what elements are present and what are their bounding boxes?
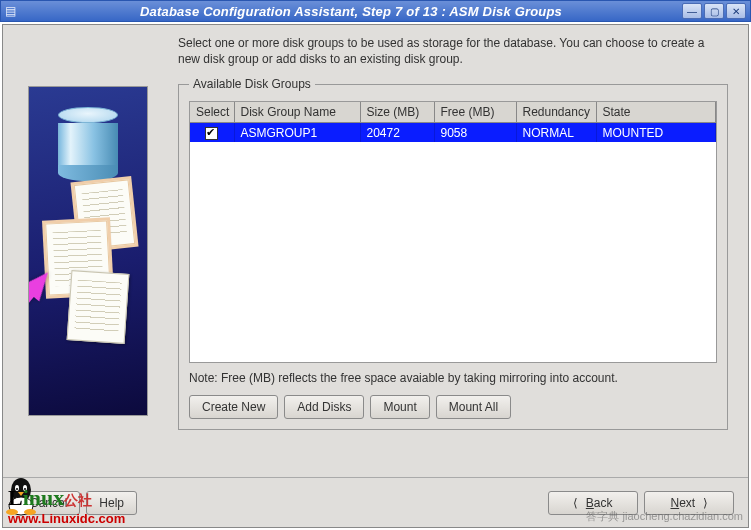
database-icon: [58, 107, 118, 181]
row-state-cell: MOUNTED: [596, 123, 716, 142]
note-text: Note: Free (MB) reflects the free space …: [189, 371, 717, 385]
table-row[interactable]: ASMGROUP1 20472 9058 NORMAL MOUNTED: [190, 123, 716, 142]
chevron-left-icon: ⟨: [573, 496, 578, 510]
col-redundancy[interactable]: Redundancy: [516, 102, 596, 123]
mount-all-button[interactable]: Mount All: [436, 395, 511, 419]
disk-groups-table-container: Select Disk Group Name Size (MB) Free (M…: [189, 101, 717, 363]
disk-groups-table: Select Disk Group Name Size (MB) Free (M…: [190, 102, 716, 141]
col-name[interactable]: Disk Group Name: [234, 102, 360, 123]
disk-groups-fieldset: Available Disk Groups Select Disk Group …: [178, 77, 728, 430]
chevron-right-icon: ⟩: [703, 496, 708, 510]
checkbox-icon[interactable]: [205, 127, 218, 140]
svg-point-5: [24, 488, 26, 490]
create-new-button[interactable]: Create New: [189, 395, 278, 419]
add-disks-button[interactable]: Add Disks: [284, 395, 364, 419]
app-icon: ▤: [5, 4, 16, 18]
instruction-text: Select one or more disk groups to be use…: [178, 35, 728, 67]
svg-point-7: [24, 509, 36, 515]
svg-point-4: [16, 488, 18, 490]
next-button[interactable]: Next ⟩: [644, 491, 734, 515]
document-icon: [67, 270, 130, 344]
tux-logo-icon: [4, 476, 38, 516]
table-header-row: Select Disk Group Name Size (MB) Free (M…: [190, 102, 716, 123]
minimize-button[interactable]: —: [682, 3, 702, 19]
help-button[interactable]: Help: [86, 491, 137, 515]
fieldset-legend: Available Disk Groups: [189, 77, 315, 91]
row-select-cell[interactable]: [190, 123, 234, 142]
row-free-cell: 9058: [434, 123, 516, 142]
col-state[interactable]: State: [596, 102, 716, 123]
disk-group-buttons: Create New Add Disks Mount Mount All: [189, 395, 717, 419]
row-size-cell: 20472: [360, 123, 434, 142]
svg-point-6: [6, 509, 18, 515]
close-button[interactable]: ✕: [726, 3, 746, 19]
content-area: Select one or more disk groups to be use…: [3, 25, 748, 477]
wizard-footer: Cancel Help ⟨ Back Next ⟩: [3, 477, 748, 527]
window-frame: Select one or more disk groups to be use…: [2, 24, 749, 528]
back-button[interactable]: ⟨ Back: [548, 491, 638, 515]
col-select[interactable]: Select: [190, 102, 234, 123]
wizard-sidebar: [3, 25, 173, 477]
col-free[interactable]: Free (MB): [434, 102, 516, 123]
row-redundancy-cell: NORMAL: [516, 123, 596, 142]
col-size[interactable]: Size (MB): [360, 102, 434, 123]
main-panel: Select one or more disk groups to be use…: [173, 25, 748, 477]
titlebar: ▤ Database Configuration Assistant, Step…: [0, 0, 751, 22]
wizard-graphic: [28, 86, 148, 416]
maximize-button[interactable]: ▢: [704, 3, 724, 19]
row-name-cell: ASMGROUP1: [234, 123, 360, 142]
window-title: Database Configuration Assistant, Step 7…: [22, 4, 680, 19]
mount-button[interactable]: Mount: [370, 395, 429, 419]
